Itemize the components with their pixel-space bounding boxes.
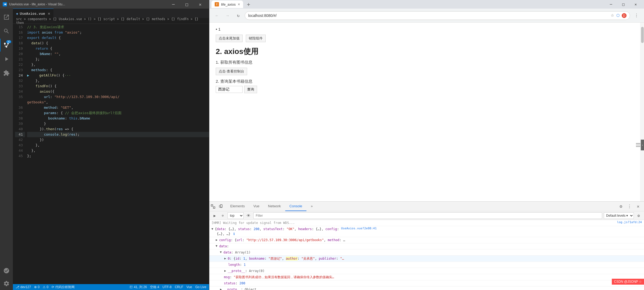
sidebar-item-source-control[interactable]: 30 [0, 39, 13, 52]
device-toggle-button[interactable] [217, 203, 225, 210]
browser-maximize[interactable]: □ [617, 0, 630, 9]
code-line-40: }).then(res => { [27, 126, 209, 132]
warnings-count[interactable]: ⚠ 0 [43, 285, 48, 289]
console-source-hmr[interactable]: log.js?1afd:24 [617, 220, 642, 224]
line-numbers: 15 16 17 18 19 20 21 22 23 24 32 33 34 3… [13, 24, 25, 284]
encoding: UTF-8 [162, 285, 171, 289]
eye-button[interactable]: 👁 [245, 212, 252, 219]
browser-tab-active[interactable]: f life_axios × [211, 1, 243, 8]
devtools-panel: Elements Vue Network Console » ⚙ ⋮ ✕ [209, 201, 644, 290]
tab-more[interactable]: » [306, 202, 317, 211]
sidebar-item-explorer[interactable] [0, 11, 13, 24]
page-btn-destroy[interactable]: 销毁组件 [246, 35, 266, 42]
browser-minimize[interactable]: ─ [605, 0, 617, 9]
page-btn-add-value[interactable]: 点击未尾加值 [216, 35, 243, 42]
csdn-badge: CSDN @JSONP ☆ [612, 279, 644, 285]
console-filter[interactable] [253, 212, 602, 219]
address-bar[interactable]: localhost:8080/#/ ☆ ⬡ D [245, 11, 630, 20]
code-line-43: }, [27, 143, 209, 148]
item-0-arrow[interactable]: ▶ [224, 257, 226, 260]
minimize-button[interactable]: ─ [167, 0, 180, 9]
expand-arrow[interactable]: ▼ [211, 227, 213, 231]
window-controls: ─ □ ✕ [167, 0, 206, 9]
console-row-length: length: 1 [209, 262, 644, 268]
page-btn-console[interactable]: 点击·查看控制台 [216, 68, 247, 75]
tab-label: UseAxios.vue [20, 12, 45, 16]
tab-elements[interactable]: Elements [226, 202, 249, 211]
close-button[interactable]: ✕ [194, 0, 206, 9]
language-mode[interactable]: Vue [186, 285, 192, 289]
code-line-34: axios({ [27, 89, 209, 94]
log-levels-selector[interactable]: Default levels ▾ [604, 212, 634, 219]
go-live[interactable]: Go Live [195, 285, 206, 289]
info-icon: ℹ [233, 232, 235, 236]
console-stop-button[interactable]: ⊘ [219, 212, 226, 219]
sidebar-item-settings[interactable] [0, 277, 13, 290]
three-bar-icon [636, 143, 640, 147]
account-icon[interactable]: D [622, 13, 627, 18]
devtools-close-button[interactable]: ✕ [634, 203, 642, 210]
console-settings-button[interactable]: ⚙ [635, 212, 642, 219]
code-content[interactable]: // 3. 发起axios请求 import axios from "axios… [25, 24, 209, 284]
svg-rect-4 [211, 205, 213, 206]
console-play-button[interactable]: ▶ [211, 212, 218, 219]
console-source-object[interactable]: UseAxios.vue?2e08:41 [341, 227, 376, 230]
sidebar-item-run[interactable] [0, 53, 13, 66]
context-selector[interactable]: top [228, 212, 244, 219]
code-line-35b: getbooks", [27, 100, 209, 105]
console-object-header: ▼ {data: {…}, status: 200, statusText: "… [211, 227, 377, 236]
activity-bar: 30 [0, 9, 13, 290]
browser-menu[interactable]: ⋮ [632, 11, 641, 20]
data-data-expand-arrow[interactable]: ▶ [219, 251, 223, 253]
git-branch[interactable]: ⎇ dev127 [16, 285, 31, 289]
sidebar-item-account[interactable] [0, 264, 13, 277]
console-text-status: status: 200 [220, 281, 642, 286]
browser-tab-close[interactable]: × [238, 2, 240, 6]
page-scrollbar[interactable] [640, 23, 644, 201]
right-collapse-button[interactable]: › [641, 140, 644, 150]
search-row: 查询 [216, 86, 634, 93]
forward-button[interactable]: → [223, 11, 232, 20]
tab-close-button[interactable]: × [48, 11, 50, 16]
tab-bar: ◈ UseAxios.vue × [13, 9, 209, 18]
console-text-proto-obj: __proto__: Object [224, 287, 642, 290]
bookmark-icon[interactable]: ☆ [611, 13, 614, 18]
tab-network[interactable]: Network [264, 202, 285, 211]
extension-icon[interactable]: ⬡ [616, 13, 620, 18]
proto-array-arrow[interactable]: ▶ [224, 269, 226, 273]
maximize-button[interactable]: □ [181, 0, 193, 9]
config-expand-arrow[interactable]: ▶ [216, 238, 218, 242]
editor-area: ◈ UseAxios.vue × src > components > {} U… [13, 9, 209, 290]
tab-useaxios[interactable]: ◈ UseAxios.vue × [13, 9, 54, 18]
page-scrollbar-thumb[interactable] [641, 27, 644, 43]
code-line-18: data() { [27, 41, 209, 46]
data-expand-arrow[interactable]: ▶ [215, 245, 218, 247]
sidebar-item-search[interactable] [0, 25, 13, 38]
proto-obj-arrow[interactable]: ▶ [220, 288, 222, 290]
devtools-settings-button[interactable]: ⚙ [617, 203, 625, 210]
tab-console[interactable]: Console [285, 202, 307, 211]
indent-size: 空格:4 [150, 285, 159, 289]
search-button[interactable]: 查询 [244, 86, 257, 93]
back-button[interactable]: ← [213, 11, 221, 20]
console-text-length: length: 1 [224, 262, 642, 267]
page-buttons-row: 点击未尾加值 销毁组件 [216, 34, 634, 43]
devtools-menu-button[interactable]: ⋮ [626, 203, 633, 210]
vscode-title: UseAxios.vue - life_axios - Visual Stu..… [9, 2, 65, 6]
console-row-config: ▶ config: {url: "http://123.57.109.30:30… [209, 237, 644, 243]
code-line-37: params: { // 会把axios最终拼接到url?后面 [27, 110, 209, 116]
vscode-titlebar: UseAxios.vue - life_axios - Visual Stu..… [0, 0, 209, 9]
sidebar-item-extensions[interactable] [0, 67, 13, 79]
devtools-left-controls [209, 202, 225, 211]
new-tab-button[interactable]: + [245, 1, 252, 8]
inspect-element-button[interactable] [209, 203, 217, 210]
tab-vue[interactable]: Vue [249, 202, 264, 211]
console-object-text: {data: {…}, status: 200, statusText: "OK… [215, 227, 339, 236]
cursor-position: 行 41, 列 26 [130, 285, 147, 289]
console-text-proto-array: __proto__: Array(0) [228, 269, 642, 273]
search-input[interactable] [216, 86, 243, 93]
refresh-button[interactable]: ↻ [234, 11, 243, 20]
code-line-21: }; [27, 57, 209, 62]
errors-count[interactable]: ⊗ 0 [34, 285, 39, 289]
browser-close[interactable]: ✕ [630, 0, 642, 9]
